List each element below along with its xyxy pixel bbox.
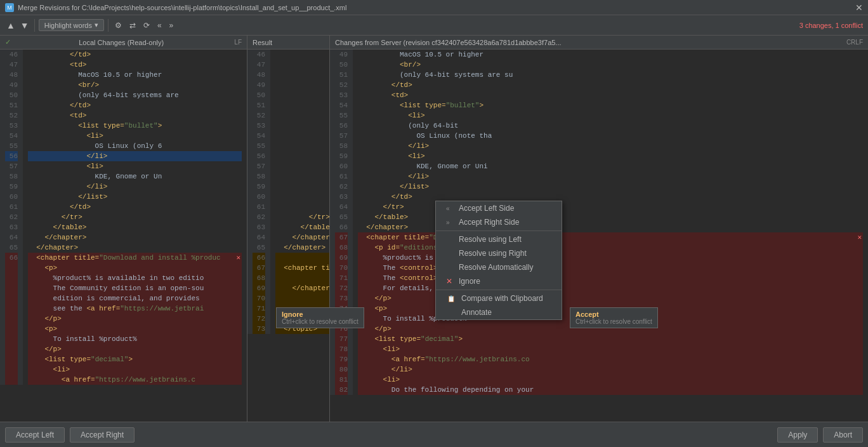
context-menu-resolve-left[interactable]: Resolve using Left	[436, 232, 562, 246]
accept-right-button[interactable]: Accept Right	[70, 427, 135, 443]
ignore-x-icon: ✕	[446, 277, 454, 286]
right-panel-encoding: CRLF	[846, 39, 863, 46]
clipboard-icon: 📋	[446, 293, 456, 304]
title-bar: M Merge Revisions for C:\IdeaProjects\he…	[0, 0, 868, 15]
middle-panel-header: Result	[247, 36, 329, 50]
separator-1	[34, 19, 35, 32]
resolve-conflicts-button[interactable]: ⟳	[141, 20, 152, 31]
abort-button[interactable]: Abort	[823, 427, 863, 443]
context-menu-annotate[interactable]: Annotate	[436, 305, 562, 319]
left-line-numbers: 464748 495051 525354 5556 575859 606162 …	[0, 50, 23, 385]
close-button[interactable]: ✕	[855, 3, 863, 13]
right-line-numbers: 495051 525354 555657 585960 616263 64656…	[330, 50, 353, 395]
context-menu-accept-left[interactable]: « Accept Left Side	[436, 201, 562, 215]
accept-right-arrow-icon: »	[446, 219, 454, 226]
main-area: ✓ Local Changes (Read-only) LF 464748 49…	[0, 36, 868, 422]
context-menu-compare-clipboard[interactable]: 📋 Compare with Clipboard	[436, 291, 562, 305]
prev-unresolved-button[interactable]: «	[155, 20, 164, 31]
left-panel-title: Local Changes (Read-only)	[79, 39, 164, 46]
accept-left-arrow-icon: «	[446, 205, 454, 212]
right-panel-header: Changes from Server (revision cf342407e5…	[330, 36, 868, 50]
apply-button[interactable]: Apply	[777, 427, 818, 443]
middle-code-area[interactable]: 464748 495051 525354 555657 585960 61626…	[247, 50, 329, 422]
accept-left-button[interactable]: Accept Left	[5, 427, 65, 443]
next-unresolved-button[interactable]: »	[167, 20, 176, 31]
highlight-words-label: Highlight words	[44, 22, 92, 29]
bottom-bar: Accept Left Accept Right Apply Abort	[0, 422, 868, 447]
context-menu-sep-2	[436, 290, 562, 290]
left-code-area[interactable]: 464748 495051 525354 5556 575859 606162 …	[0, 50, 247, 422]
highlight-dropdown-arrow: ▾	[95, 21, 98, 29]
conflict-x-right[interactable]: ✕	[857, 232, 862, 243]
left-panel-check: ✓	[5, 38, 11, 46]
left-code-lines: </td> <td> MacOS 10.5 or higher <br/> (o…	[23, 50, 247, 385]
context-menu-resolve-right[interactable]: Resolve using Right	[436, 246, 562, 260]
prev-change-button[interactable]: ▲	[5, 20, 16, 30]
middle-panel-title: Result	[253, 39, 272, 46]
right-code-lines: MacOS 10.5 or higher <br/> (only 64-bit …	[353, 50, 868, 395]
toolbar: ▲ ▼ Highlight words ▾ ⚙ ⇄ ⟳ « » 3 change…	[0, 15, 868, 36]
right-panel-title: Changes from Server (revision cf342407e5…	[335, 39, 562, 46]
context-menu-sep-1	[436, 230, 562, 231]
right-panel: Changes from Server (revision cf342407e5…	[330, 36, 868, 422]
middle-panel: Result 464748 495051 525354 555657 58596…	[247, 36, 330, 422]
right-code-area[interactable]: 495051 525354 555657 585960 616263 64656…	[330, 50, 868, 422]
context-menu-resolve-auto[interactable]: Resolve Automatically	[436, 260, 562, 274]
context-menu: « Accept Left Side » Accept Right Side R…	[435, 201, 562, 320]
app-icon: M	[5, 3, 14, 12]
middle-line-numbers: 464748 495051 525354 555657 585960 61626…	[247, 50, 270, 334]
highlight-words-button[interactable]: Highlight words ▾	[39, 19, 104, 31]
sync-scroll-button[interactable]: ⇄	[127, 20, 138, 31]
context-menu-accept-right[interactable]: » Accept Right Side	[436, 215, 562, 229]
conflict-x-left[interactable]: ✕	[236, 253, 240, 263]
context-menu-ignore[interactable]: ✕ Ignore	[436, 274, 562, 288]
changes-info: 3 changes, 1 conflict	[799, 22, 863, 29]
left-panel: ✓ Local Changes (Read-only) LF 464748 49…	[0, 36, 247, 422]
middle-code-lines: </tr> </table> </chapter> </chapter> <ch…	[270, 50, 329, 334]
diff-settings-button[interactable]: ⚙	[112, 20, 124, 31]
left-panel-encoding: LF	[234, 39, 242, 46]
next-change-button[interactable]: ▼	[19, 20, 30, 30]
window-title: Merge Revisions for C:\IdeaProjects\help…	[18, 4, 346, 11]
left-panel-header: ✓ Local Changes (Read-only) LF	[0, 36, 247, 50]
separator-2	[108, 19, 109, 32]
